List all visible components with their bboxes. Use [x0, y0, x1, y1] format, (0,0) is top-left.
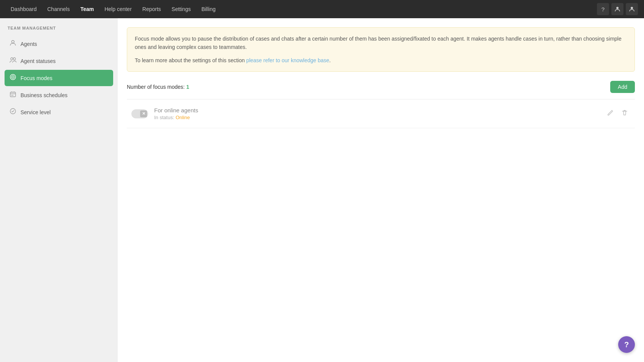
focus-modes-count-label: Number of focus modes: 1 — [127, 84, 189, 90]
sidebar-item-agent-statuses[interactable]: Agent statuses — [5, 53, 113, 69]
main-layout: TEAM MANAGEMENT Agents Agent statuses Fo… — [0, 18, 644, 362]
svg-rect-8 — [10, 92, 16, 97]
edit-focus-mode-button[interactable] — [605, 108, 616, 120]
focus-mode-name: For online agents — [154, 107, 605, 113]
focus-modes-icon — [9, 74, 17, 82]
sidebar-item-service-level[interactable]: Service level — [5, 104, 113, 120]
info-text-1: Focus mode allows you to pause the distr… — [135, 35, 627, 52]
svg-rect-10 — [13, 95, 13, 96]
sidebar-item-agents[interactable]: Agents — [5, 36, 113, 52]
focus-mode-actions — [605, 108, 630, 120]
svg-point-2 — [12, 41, 14, 43]
account-dropdown-button[interactable] — [626, 3, 638, 15]
help-fab-button[interactable]: ? — [618, 336, 635, 353]
sidebar-item-focus-modes[interactable]: Focus modes — [5, 70, 113, 86]
user-button[interactable] — [611, 3, 623, 15]
sidebar-item-business-schedules-label: Business schedules — [21, 92, 68, 98]
nav-settings[interactable]: Settings — [167, 4, 196, 14]
svg-rect-9 — [11, 95, 12, 96]
toggle-switch[interactable]: ✕ — [131, 109, 148, 118]
nav-team[interactable]: Team — [76, 4, 99, 14]
agents-icon — [9, 39, 17, 48]
sidebar-item-agent-statuses-label: Agent statuses — [21, 58, 56, 64]
sidebar-item-agents-label: Agents — [21, 41, 37, 47]
focus-mode-status: In status: Online — [154, 115, 605, 120]
status-online: Online — [175, 115, 190, 120]
info-banner: Focus mode allows you to pause the distr… — [127, 27, 635, 72]
help-button[interactable]: ? — [597, 3, 609, 15]
top-navigation: Dashboard Channels Team Help center Repo… — [0, 0, 644, 18]
service-level-icon — [9, 108, 17, 116]
knowledge-base-link[interactable]: please refer to our knowledge base — [246, 57, 329, 63]
delete-focus-mode-button[interactable] — [619, 108, 630, 120]
info-text-2: To learn more about the settings of this… — [135, 56, 627, 65]
nav-billing[interactable]: Billing — [197, 4, 220, 14]
nav-right-actions: ? — [597, 3, 638, 15]
svg-point-1 — [631, 7, 633, 9]
sidebar-item-focus-modes-label: Focus modes — [21, 75, 52, 81]
svg-point-0 — [616, 7, 619, 9]
nav-channels[interactable]: Channels — [43, 4, 74, 14]
focus-mode-toggle[interactable]: ✕ — [131, 109, 148, 118]
business-schedules-icon — [9, 91, 17, 99]
focus-modes-count: 1 — [186, 84, 189, 90]
sidebar-item-service-level-label: Service level — [21, 109, 51, 115]
focus-mode-info: For online agents In status: Online — [154, 107, 605, 120]
nav-help-center[interactable]: Help center — [100, 4, 136, 14]
nav-dashboard[interactable]: Dashboard — [6, 4, 41, 14]
add-focus-mode-button[interactable]: Add — [610, 81, 635, 93]
toggle-x-icon: ✕ — [140, 110, 147, 117]
focus-mode-item: ✕ For online agents In status: Online — [127, 99, 635, 128]
agent-statuses-icon — [9, 57, 17, 65]
nav-reports[interactable]: Reports — [138, 4, 166, 14]
sidebar-title: TEAM MANAGEMENT — [5, 26, 113, 30]
section-header: Number of focus modes: 1 Add — [127, 81, 635, 93]
svg-point-4 — [13, 58, 16, 60]
svg-point-11 — [10, 109, 16, 114]
svg-point-7 — [13, 77, 13, 77]
sidebar-item-business-schedules[interactable]: Business schedules — [5, 87, 113, 103]
svg-point-3 — [11, 58, 13, 60]
nav-links: Dashboard Channels Team Help center Repo… — [6, 4, 597, 14]
main-content: Focus mode allows you to pause the distr… — [118, 18, 644, 362]
sidebar: TEAM MANAGEMENT Agents Agent statuses Fo… — [0, 18, 118, 362]
